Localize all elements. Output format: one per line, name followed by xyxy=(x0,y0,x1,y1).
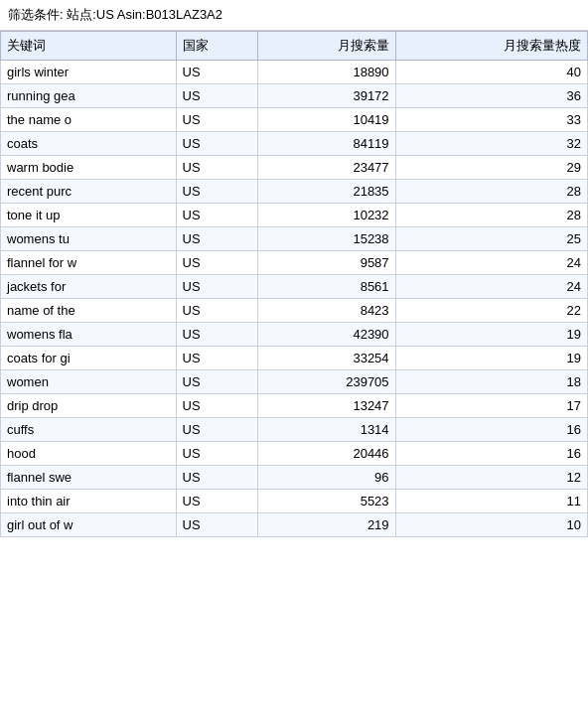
cell-heat: 11 xyxy=(395,490,587,513)
cell-keyword: coats for gi xyxy=(1,347,177,370)
cell-monthly-search: 33254 xyxy=(258,347,395,370)
cell-keyword: tone it up xyxy=(1,204,177,227)
cell-keyword: running gea xyxy=(1,84,177,108)
table-row: flannel for wUS958724 xyxy=(1,251,588,275)
cell-country: US xyxy=(176,347,258,370)
table-body: girls winter US1889040running geaUS39172… xyxy=(1,61,588,537)
cell-country: US xyxy=(176,84,258,108)
table-row: flannel sweUS9612 xyxy=(1,466,588,490)
table-row: girls winter US1889040 xyxy=(1,61,588,84)
cell-monthly-search: 20446 xyxy=(258,442,395,466)
cell-monthly-search: 1314 xyxy=(258,418,395,442)
cell-monthly-search: 10232 xyxy=(258,204,395,227)
filter-bar: 筛选条件: 站点:US Asin:B013LAZ3A2 xyxy=(0,0,588,31)
cell-country: US xyxy=(176,513,258,537)
cell-keyword: womens fla xyxy=(1,323,177,347)
cell-heat: 19 xyxy=(395,347,587,370)
table-row: womens flaUS4239019 xyxy=(1,323,588,347)
cell-heat: 29 xyxy=(395,156,587,180)
cell-country: US xyxy=(176,299,258,323)
cell-monthly-search: 13247 xyxy=(258,394,395,418)
cell-monthly-search: 42390 xyxy=(258,323,395,347)
table-row: jackets for US856124 xyxy=(1,275,588,299)
cell-keyword: jackets for xyxy=(1,275,177,299)
cell-heat: 10 xyxy=(395,513,587,537)
cell-country: US xyxy=(176,61,258,84)
header-heat: 月搜索量热度 xyxy=(395,32,587,61)
cell-heat: 19 xyxy=(395,323,587,347)
cell-country: US xyxy=(176,442,258,466)
cell-heat: 24 xyxy=(395,275,587,299)
cell-country: US xyxy=(176,108,258,132)
cell-monthly-search: 23477 xyxy=(258,156,395,180)
header-keyword: 关键词 xyxy=(1,32,177,61)
cell-heat: 16 xyxy=(395,442,587,466)
cell-monthly-search: 15238 xyxy=(258,227,395,251)
cell-country: US xyxy=(176,323,258,347)
table-row: name of theUS842322 xyxy=(1,299,588,323)
table-row: running geaUS3917236 xyxy=(1,84,588,108)
table-header-row: 关键词 国家 月搜索量 月搜索量热度 xyxy=(1,32,588,61)
cell-monthly-search: 96 xyxy=(258,466,395,490)
cell-keyword: girl out of w xyxy=(1,513,177,537)
cell-country: US xyxy=(176,132,258,156)
cell-keyword: name of the xyxy=(1,299,177,323)
cell-heat: 25 xyxy=(395,227,587,251)
table-row: into thin airUS552311 xyxy=(1,490,588,513)
table-row: hoodUS2044616 xyxy=(1,442,588,466)
cell-country: US xyxy=(176,251,258,275)
cell-country: US xyxy=(176,418,258,442)
cell-country: US xyxy=(176,466,258,490)
cell-keyword: warm bodie xyxy=(1,156,177,180)
cell-country: US xyxy=(176,204,258,227)
cell-heat: 28 xyxy=(395,204,587,227)
cell-monthly-search: 8423 xyxy=(258,299,395,323)
table-row: womenUS23970518 xyxy=(1,370,588,394)
data-table: 关键词 国家 月搜索量 月搜索量热度 girls winter US188904… xyxy=(0,31,588,537)
cell-heat: 36 xyxy=(395,84,587,108)
table-row: tone it upUS1023228 xyxy=(1,204,588,227)
cell-heat: 12 xyxy=(395,466,587,490)
table-row: coatsUS8411932 xyxy=(1,132,588,156)
table-row: womens tuUS1523825 xyxy=(1,227,588,251)
cell-monthly-search: 5523 xyxy=(258,490,395,513)
table-row: drip dropUS1324717 xyxy=(1,394,588,418)
cell-monthly-search: 9587 xyxy=(258,251,395,275)
cell-heat: 33 xyxy=(395,108,587,132)
cell-monthly-search: 219 xyxy=(258,513,395,537)
table-row: cuffsUS131416 xyxy=(1,418,588,442)
header-monthly-search: 月搜索量 xyxy=(258,32,395,61)
cell-country: US xyxy=(176,394,258,418)
cell-keyword: recent purc xyxy=(1,180,177,204)
cell-keyword: the name o xyxy=(1,108,177,132)
cell-heat: 18 xyxy=(395,370,587,394)
cell-monthly-search: 39172 xyxy=(258,84,395,108)
cell-heat: 32 xyxy=(395,132,587,156)
cell-heat: 24 xyxy=(395,251,587,275)
cell-keyword: flannel swe xyxy=(1,466,177,490)
cell-country: US xyxy=(176,490,258,513)
cell-heat: 22 xyxy=(395,299,587,323)
cell-heat: 40 xyxy=(395,61,587,84)
cell-heat: 16 xyxy=(395,418,587,442)
cell-keyword: girls winter xyxy=(1,61,177,84)
cell-country: US xyxy=(176,156,258,180)
cell-country: US xyxy=(176,275,258,299)
cell-monthly-search: 84119 xyxy=(258,132,395,156)
cell-monthly-search: 18890 xyxy=(258,61,395,84)
cell-monthly-search: 10419 xyxy=(258,108,395,132)
cell-keyword: flannel for w xyxy=(1,251,177,275)
cell-keyword: cuffs xyxy=(1,418,177,442)
cell-keyword: hood xyxy=(1,442,177,466)
table-row: warm bodieUS2347729 xyxy=(1,156,588,180)
cell-monthly-search: 8561 xyxy=(258,275,395,299)
cell-monthly-search: 21835 xyxy=(258,180,395,204)
cell-keyword: into thin air xyxy=(1,490,177,513)
table-row: coats for giUS3325419 xyxy=(1,347,588,370)
cell-heat: 17 xyxy=(395,394,587,418)
table-row: recent purcUS2183528 xyxy=(1,180,588,204)
table-row: the name oUS1041933 xyxy=(1,108,588,132)
table-row: girl out of wUS21910 xyxy=(1,513,588,537)
cell-keyword: coats xyxy=(1,132,177,156)
cell-monthly-search: 239705 xyxy=(258,370,395,394)
